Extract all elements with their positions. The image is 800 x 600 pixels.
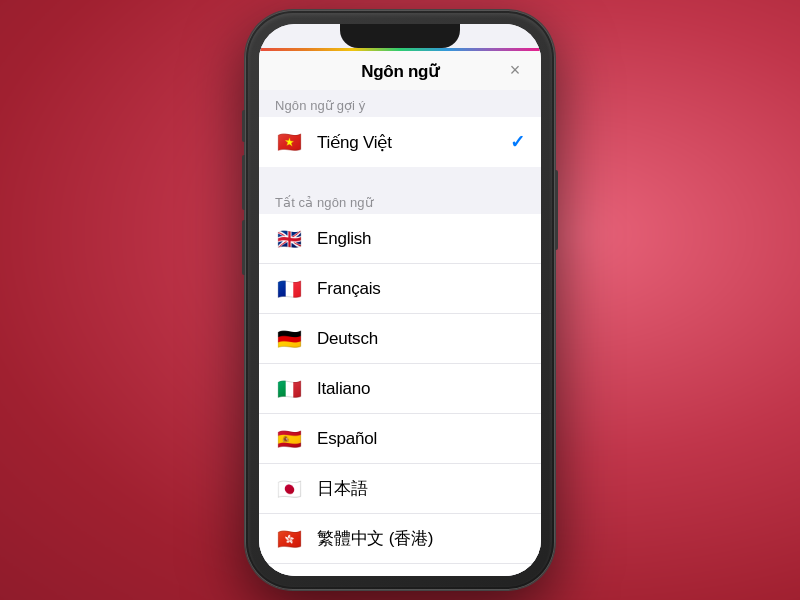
- list-item-ja[interactable]: 🇯🇵 日本語: [259, 464, 541, 514]
- list-item-de[interactable]: 🇩🇪 Deutsch: [259, 314, 541, 364]
- close-button[interactable]: ×: [503, 59, 527, 83]
- modal-title: Ngôn ngữ: [361, 61, 439, 82]
- lang-name-vi: Tiếng Việt: [317, 132, 510, 153]
- list-item-it[interactable]: 🇮🇹 Italiano: [259, 364, 541, 414]
- section-gap: [259, 167, 541, 187]
- flag-de: 🇩🇪: [275, 329, 303, 349]
- lang-name-it: Italiano: [317, 379, 525, 399]
- flag-it: 🇮🇹: [275, 379, 303, 399]
- notch: [340, 24, 460, 48]
- list-item-zh-cn[interactable]: 🇨🇳 简体中文: [259, 564, 541, 576]
- flag-ja: 🇯🇵: [275, 479, 303, 499]
- checkmark-vi: ✓: [510, 131, 525, 153]
- volume-up-button: [242, 155, 245, 210]
- section-header-suggested: Ngôn ngữ gợi ý: [259, 90, 541, 117]
- flag-zh-hk: 🇭🇰: [275, 529, 303, 549]
- lang-name-zh-hk: 繁體中文 (香港): [317, 527, 525, 550]
- list-item-zh-hk[interactable]: 🇭🇰 繁體中文 (香港): [259, 514, 541, 564]
- lang-name-en: English: [317, 229, 525, 249]
- lang-name-de: Deutsch: [317, 329, 525, 349]
- lang-name-fr: Français: [317, 279, 525, 299]
- all-languages-group: 🇬🇧 English 🇫🇷 Français 🇩🇪 Deutsch 🇮🇹 Ita…: [259, 214, 541, 576]
- suggested-group: 🇻🇳 Tiếng Việt ✓: [259, 117, 541, 167]
- mute-button: [242, 110, 245, 142]
- section-header-all: Tất cả ngôn ngữ: [259, 187, 541, 214]
- volume-down-button: [242, 220, 245, 275]
- phone-screen: Ngôn ngữ × Ngôn ngữ gợi ý 🇻🇳 Tiếng Việt …: [259, 24, 541, 576]
- lang-name-es: Español: [317, 429, 525, 449]
- flag-es: 🇪🇸: [275, 429, 303, 449]
- flag-fr: 🇫🇷: [275, 279, 303, 299]
- screen-content: Ngôn ngữ × Ngôn ngữ gợi ý 🇻🇳 Tiếng Việt …: [259, 24, 541, 576]
- list-item[interactable]: 🇻🇳 Tiếng Việt ✓: [259, 117, 541, 167]
- lang-name-ja: 日本語: [317, 477, 525, 500]
- power-button: [555, 170, 558, 250]
- phone-device: Ngôn ngữ × Ngôn ngữ gợi ý 🇻🇳 Tiếng Việt …: [245, 10, 555, 590]
- list-item-fr[interactable]: 🇫🇷 Français: [259, 264, 541, 314]
- modal-header: Ngôn ngữ ×: [259, 51, 541, 90]
- flag-vi: 🇻🇳: [275, 132, 303, 152]
- list-item-en[interactable]: 🇬🇧 English: [259, 214, 541, 264]
- list-item-es[interactable]: 🇪🇸 Español: [259, 414, 541, 464]
- language-list[interactable]: Ngôn ngữ gợi ý 🇻🇳 Tiếng Việt ✓ Tất cả ng…: [259, 90, 541, 576]
- flag-en: 🇬🇧: [275, 229, 303, 249]
